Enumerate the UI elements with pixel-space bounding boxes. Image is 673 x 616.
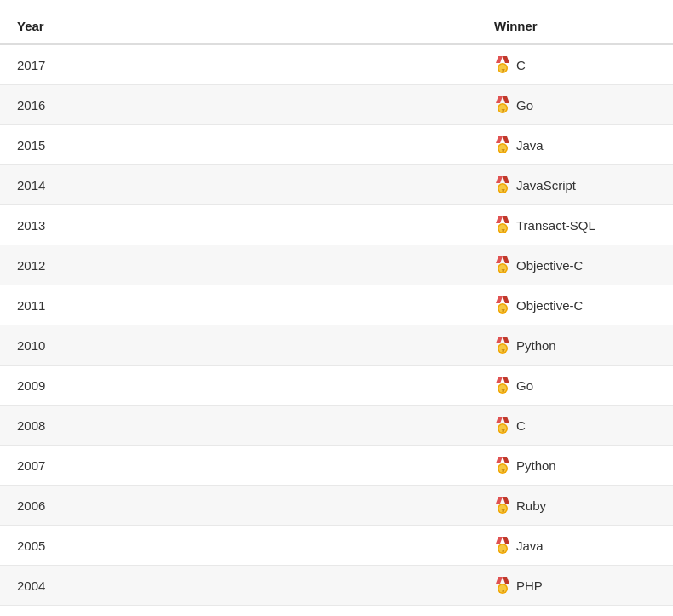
- table-row: 2006 ★ Ruby: [0, 486, 673, 526]
- winner-cell: ★ C++: [477, 606, 673, 617]
- svg-text:★: ★: [501, 67, 505, 72]
- year-cell: 2006: [0, 486, 477, 526]
- year-cell: 2015: [0, 125, 477, 165]
- medal-icon: ★: [494, 417, 511, 434]
- winner-name: PHP: [516, 579, 543, 593]
- svg-marker-5: [496, 96, 503, 103]
- winner-cell: ★ Go: [477, 366, 673, 406]
- year-cell: 2005: [0, 526, 477, 566]
- winners-table: Year Winner 2017 ★ C2016 ★ Go2015: [0, 9, 673, 616]
- table-row: 2012 ★ Objective-C: [0, 245, 673, 285]
- svg-marker-25: [496, 256, 503, 263]
- svg-marker-16: [503, 176, 509, 183]
- table-row: 2013 ★ Transact-SQL: [0, 205, 673, 245]
- svg-marker-26: [503, 256, 509, 263]
- winner-name: Go: [516, 98, 533, 112]
- svg-marker-50: [496, 457, 503, 463]
- svg-text:★: ★: [501, 588, 505, 593]
- winner-cell: ★ Transact-SQL: [477, 205, 673, 245]
- svg-text:★: ★: [501, 428, 505, 433]
- svg-marker-55: [496, 497, 503, 504]
- winner-cell: ★ Go: [477, 85, 673, 125]
- table-row: 2004 ★ PHP: [0, 566, 673, 606]
- table-row: 2014 ★ JavaScript: [0, 165, 673, 205]
- medal-icon: ★: [494, 497, 511, 514]
- winner-cell: ★ C: [477, 406, 673, 446]
- winner-name: Java: [516, 538, 544, 553]
- svg-text:★: ★: [501, 227, 505, 233]
- table-row: 2016 ★ Go: [0, 85, 673, 125]
- winner-name: C: [516, 418, 526, 433]
- winner-name: Go: [516, 378, 533, 393]
- medal-icon: ★: [494, 256, 511, 273]
- winner-cell: ★ Python: [477, 325, 673, 366]
- winner-cell: ★ Objective-C: [477, 285, 673, 325]
- winner-name: Objective-C: [516, 298, 583, 313]
- year-column-header: Year: [0, 9, 477, 44]
- year-cell: 2008: [0, 406, 477, 446]
- svg-text:★: ★: [501, 268, 505, 273]
- svg-marker-60: [496, 537, 503, 544]
- svg-text:★: ★: [501, 468, 505, 473]
- svg-text:★: ★: [501, 388, 505, 393]
- year-cell: 2011: [0, 285, 477, 325]
- year-cell: 2007: [0, 446, 477, 486]
- year-cell: 2016: [0, 85, 477, 125]
- year-cell: 2004: [0, 566, 477, 606]
- svg-marker-31: [503, 296, 509, 303]
- medal-icon: ★: [494, 216, 511, 233]
- svg-text:★: ★: [501, 308, 505, 313]
- year-cell: 2013: [0, 205, 477, 245]
- medal-icon: ★: [494, 337, 511, 354]
- svg-marker-0: [496, 56, 503, 63]
- table-row: 2009 ★ Go: [0, 366, 673, 406]
- svg-text:★: ★: [501, 508, 505, 513]
- winner-name: C: [516, 58, 526, 72]
- year-cell: 2012: [0, 245, 477, 285]
- winner-name: Java: [516, 138, 544, 153]
- svg-text:★: ★: [501, 348, 505, 353]
- svg-marker-51: [503, 457, 509, 463]
- table-row: 2011 ★ Objective-C: [0, 285, 673, 325]
- svg-marker-41: [503, 377, 509, 383]
- winner-name: Transact-SQL: [516, 218, 595, 233]
- svg-marker-20: [496, 216, 503, 223]
- table-row: 2005 ★ Java: [0, 526, 673, 566]
- medal-icon: ★: [494, 96, 511, 113]
- svg-marker-45: [496, 417, 503, 423]
- svg-text:★: ★: [501, 107, 505, 112]
- svg-marker-30: [496, 296, 503, 303]
- winner-name: Python: [516, 458, 556, 473]
- svg-marker-66: [503, 577, 509, 584]
- svg-marker-6: [503, 96, 509, 103]
- svg-marker-46: [503, 417, 509, 423]
- table-container: Year Winner 2017 ★ C2016 ★ Go2015: [0, 0, 673, 616]
- year-cell: 2009: [0, 366, 477, 406]
- year-cell: 2017: [0, 44, 477, 85]
- svg-marker-61: [503, 537, 509, 544]
- winner-cell: ★ Objective-C: [477, 245, 673, 285]
- year-cell: 2010: [0, 325, 477, 366]
- winner-name: Python: [516, 338, 556, 353]
- medal-icon: ★: [494, 176, 511, 193]
- winner-cell: ★ C: [477, 44, 673, 85]
- winner-cell: ★ Ruby: [477, 486, 673, 526]
- winner-name: Objective-C: [516, 258, 583, 273]
- winner-name: Ruby: [516, 498, 546, 513]
- winner-cell: ★ JavaScript: [477, 165, 673, 205]
- svg-marker-40: [496, 377, 503, 383]
- table-row: 2010 ★ Python: [0, 325, 673, 366]
- svg-text:★: ★: [501, 548, 505, 553]
- medal-icon: ★: [494, 136, 511, 153]
- winner-cell: ★ Python: [477, 446, 673, 486]
- winner-cell: ★ PHP: [477, 566, 673, 606]
- medal-icon: ★: [494, 296, 511, 314]
- table-row: 2007 ★ Python: [0, 446, 673, 486]
- table-row: 2015 ★ Java: [0, 125, 673, 165]
- svg-marker-21: [503, 216, 509, 223]
- winner-name: JavaScript: [516, 178, 576, 193]
- svg-text:★: ★: [501, 187, 505, 193]
- table-row: 2017 ★ C: [0, 44, 673, 85]
- svg-marker-56: [503, 497, 509, 504]
- winner-cell: ★ Java: [477, 526, 673, 566]
